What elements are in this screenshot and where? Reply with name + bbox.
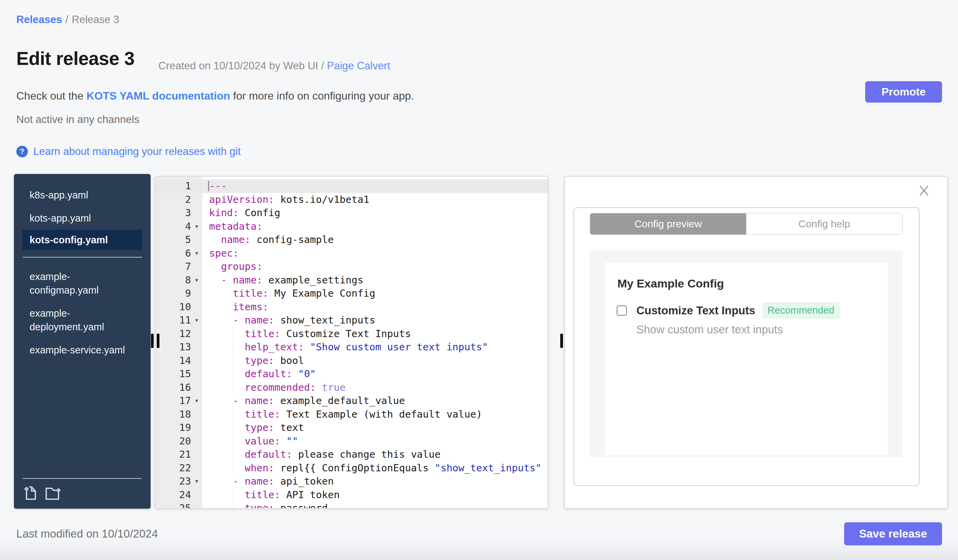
line-gutter: 3 [155, 206, 202, 220]
line-number: 24 [155, 488, 191, 502]
fold-spacer [191, 435, 202, 448]
code-line-6[interactable]: 6▾spec: [155, 247, 548, 260]
fold-arrow-icon[interactable]: ▾ [191, 394, 202, 408]
code-line-19[interactable]: 19 type: text [155, 421, 548, 435]
config-group-title: My Example Config [617, 277, 724, 290]
code-line-10[interactable]: 10 items: [155, 301, 548, 314]
line-number: 17 [155, 394, 191, 408]
line-number: 5 [155, 233, 191, 247]
tab-config-preview[interactable]: Config preview [590, 214, 746, 234]
fold-spacer [191, 233, 202, 247]
code-line-18[interactable]: 18 title: Text Example (with default val… [155, 408, 548, 421]
fold-spacer [191, 340, 202, 354]
code-text: recommended: true [202, 381, 548, 394]
code-text: title: My Example Config [202, 287, 548, 301]
code-line-8[interactable]: 8▾ - name: example_settings [155, 274, 548, 287]
sidebar-file-example-deployment.yaml[interactable]: example-deployment.yaml [22, 302, 142, 339]
sidebar-file-kots-app.yaml[interactable]: kots-app.yaml [22, 207, 142, 230]
resize-handle-left[interactable] [151, 334, 159, 348]
save-release-button[interactable]: Save release [844, 522, 942, 546]
line-gutter: 10 [155, 301, 202, 314]
code-line-14[interactable]: 14 type: bool [155, 354, 548, 368]
line-gutter: 24 [155, 488, 202, 502]
sidebar-file-k8s-app.yaml[interactable]: k8s-app.yaml [22, 184, 142, 207]
close-icon[interactable] [917, 184, 931, 198]
code-text: metadata: [202, 220, 548, 233]
customize-text-inputs-checkbox[interactable] [617, 305, 627, 316]
code-text: groups: [202, 260, 548, 274]
file-list-divider [23, 257, 142, 258]
code-line-22[interactable]: 22 when: repl{{ ConfigOptionEquals "show… [155, 462, 548, 475]
code-line-23[interactable]: 23▾ - name: api_token [155, 475, 548, 488]
code-line-7[interactable]: 7 groups: [155, 260, 548, 274]
code-line-25[interactable]: 25 type: password [155, 501, 548, 509]
config-render-area: My Example Config Customize Text Inputs … [590, 250, 902, 457]
code-text: title: Customize Text Inputs [202, 327, 548, 341]
code-line-9[interactable]: 9 title: My Example Config [155, 287, 548, 301]
code-line-21[interactable]: 21 default: please change this value [155, 448, 548, 462]
code-text: - name: api_token [202, 475, 548, 488]
fold-spacer [191, 448, 202, 462]
line-number: 19 [155, 421, 191, 435]
fold-spacer [191, 287, 202, 301]
code-line-16[interactable]: 16 recommended: true [155, 381, 548, 394]
line-gutter: 4▾ [155, 220, 202, 233]
fold-arrow-icon[interactable]: ▾ [191, 475, 202, 488]
file-sidebar: k8s-app.yamlkots-app.yamlkots-config.yam… [14, 174, 151, 509]
fold-arrow-icon[interactable]: ▾ [191, 314, 202, 327]
fold-arrow-icon[interactable]: ▾ [191, 247, 202, 260]
line-number: 9 [155, 287, 191, 301]
fold-spacer [191, 193, 202, 207]
code-line-15[interactable]: 15 default: "0" [155, 367, 548, 381]
kots-yaml-docs-link[interactable]: KOTS YAML documentation [86, 90, 230, 102]
line-number: 6 [155, 247, 191, 260]
code-line-11[interactable]: 11▾ - name: show_text_inputs [155, 314, 548, 327]
sidebar-file-example-service.yaml[interactable]: example-service.yaml [22, 339, 142, 362]
line-gutter: 21 [155, 448, 202, 462]
new-file-icon [22, 497, 38, 502]
code-line-13[interactable]: 13 help_text: "Show custom user text inp… [155, 340, 548, 354]
line-number: 8 [155, 274, 191, 287]
code-line-17[interactable]: 17▾ - name: example_default_value [155, 394, 548, 408]
new-file-button[interactable] [22, 484, 38, 502]
breadcrumb-releases-link[interactable]: Releases [16, 14, 62, 25]
code-line-24[interactable]: 24 title: API token [155, 488, 548, 502]
fold-arrow-icon[interactable]: ▾ [191, 274, 202, 287]
last-modified: Last modified on 10/10/2024 [16, 527, 158, 540]
code-line-3[interactable]: 3kind: Config [155, 206, 548, 220]
config-preview-pane: Config previewConfig help My Example Con… [564, 176, 948, 509]
code-line-20[interactable]: 20 value: "" [155, 435, 548, 448]
line-gutter: 6▾ [155, 247, 202, 260]
code-line-4[interactable]: 4▾metadata: [155, 220, 548, 233]
created-info: Created on 10/10/2024 by Web UI / Paige … [159, 60, 390, 72]
code-line-12[interactable]: 12 title: Customize Text Inputs [155, 327, 548, 341]
breadcrumb: Releases/Release 3 [16, 14, 119, 26]
new-folder-button[interactable] [44, 484, 63, 502]
author-link[interactable]: Paige Calvert [327, 60, 390, 72]
code-text: help_text: "Show custom user text inputs… [202, 340, 548, 354]
docs-prefix: Check out the [16, 90, 86, 102]
line-number: 23 [155, 475, 191, 488]
code-area: 1---2apiVersion: kots.io/v1beta13kind: C… [155, 177, 548, 509]
sidebar-file-kots-config.yaml[interactable]: kots-config.yaml [22, 230, 142, 250]
code-text: name: config-sample [202, 233, 548, 247]
fold-arrow-icon[interactable]: ▾ [191, 220, 202, 233]
yaml-editor[interactable]: 1---2apiVersion: kots.io/v1beta13kind: C… [155, 176, 548, 509]
config-item-row: Customize Text Inputs Recommended [617, 302, 840, 319]
line-gutter: 11▾ [155, 314, 202, 327]
line-number: 10 [155, 301, 191, 314]
channel-status: Not active in any channels [16, 114, 140, 126]
fold-spacer [191, 462, 202, 475]
sidebar-file-example-configmap.yaml[interactable]: example-configmap.yaml [22, 265, 142, 302]
line-gutter: 25 [155, 501, 202, 509]
line-gutter: 18 [155, 408, 202, 421]
promote-button[interactable]: Promote [865, 81, 942, 103]
line-gutter: 23▾ [155, 475, 202, 488]
code-line-2[interactable]: 2apiVersion: kots.io/v1beta1 [155, 193, 548, 207]
code-line-1[interactable]: 1--- [155, 179, 548, 193]
git-releases-link[interactable]: Learn about managing your releases with … [33, 146, 241, 158]
line-number: 3 [155, 206, 191, 220]
tab-config-help[interactable]: Config help [746, 214, 902, 234]
code-line-5[interactable]: 5 name: config-sample [155, 233, 548, 247]
file-list: k8s-app.yamlkots-app.yamlkots-config.yam… [14, 174, 151, 362]
